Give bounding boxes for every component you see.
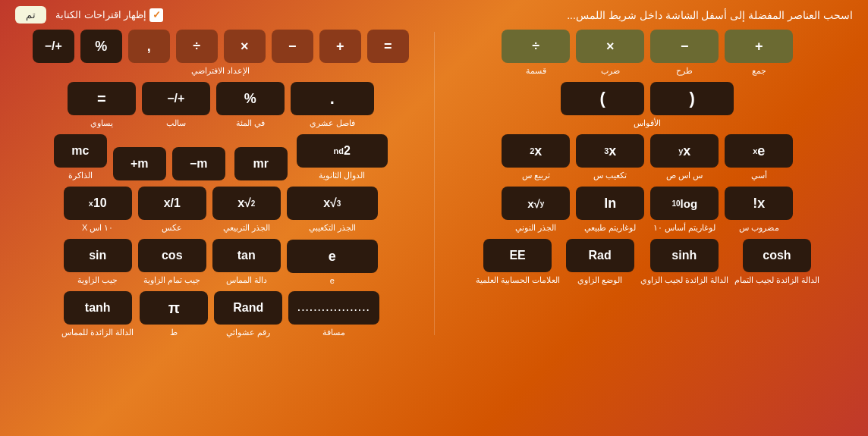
default-preset-label: الإعداد الافتراضي [191,66,250,76]
left-row6: .................. مسافة Rand رقم عشوائي… [15,291,426,337]
preset-divide[interactable]: ÷ [176,30,218,63]
div-label: قسمة [526,66,546,76]
checkbox-label-text: إظهار اقتراحات الكتابة [55,9,146,20]
mminus-button[interactable]: m− [172,147,225,180]
cell-ln: ln لوغاريتم طبيعي [576,187,644,233]
cell-close-paren: ) [561,82,644,115]
cell-mc: mc الذاكرة [54,134,107,180]
parens-section: ( ) الأقواس [442,82,854,128]
preset-percent[interactable]: % [80,30,122,63]
xy-label: س اس ص [666,171,703,180]
2nd-label: الدوال الثانوية [319,171,365,180]
mr-button[interactable]: mr [234,147,288,180]
factorial-label: مضروب س [739,223,779,233]
left-row4: 3√x الجذر التكعيبي 2√x الجذر التربيعي 1/… [15,187,426,233]
x2-button[interactable]: x2 [502,134,570,168]
cell-tan: tan دالة المماس [212,239,281,285]
div-button[interactable]: ÷ [502,30,570,63]
e-const-button[interactable]: e [287,240,378,273]
cbrt-button[interactable]: 3√x [287,187,378,220]
eq-button[interactable]: = [68,82,136,115]
cell-2nd: 2nd الدوال الثانوية [297,134,388,180]
mplus-button[interactable]: m+ [113,147,166,180]
preset-equals[interactable]: = [367,30,409,63]
ln-button[interactable]: ln [576,187,644,220]
sin-button[interactable]: sin [64,239,132,272]
cell-pct: % في المئة [216,82,285,128]
add-label: جمع [752,66,766,76]
top-bar: اسحب العناصر المفضلة إلى أسفل الشاشة داخ… [0,0,868,30]
sub-label: طرح [676,66,693,76]
cell-pi: π ط [140,291,208,337]
section-divider [434,32,435,335]
tan-label: دالة المماس [226,275,267,285]
top-bar-right: ✓ إظهار اقتراحات الكتابة تم [15,6,163,24]
cell-tanh: tanh الدالة الزائدة للمماس [61,291,134,337]
log10-label: لوغاريتم أساس ١٠ [653,223,715,233]
cos-button[interactable]: cos [138,239,206,272]
mc-button[interactable]: mc [54,134,107,168]
checkbox-container[interactable]: ✓ إظهار اقتراحات الكتابة [55,8,163,22]
pi-label: ط [170,328,178,337]
cell-recip: 1/x عكس [138,187,206,233]
preset-minus[interactable]: − [272,30,313,63]
neg-button[interactable]: +/− [142,82,210,115]
xy-button[interactable]: xy [650,134,719,168]
pi-button[interactable]: π [140,291,208,325]
cell-mr: mr [234,147,288,180]
preset-negate[interactable]: +/− [33,30,74,63]
sub-button[interactable]: − [650,30,719,63]
2nd-button[interactable]: 2nd [297,134,388,168]
ee-label: العلامات الحسابية العلمية [476,275,560,285]
mul-button[interactable]: × [576,30,644,63]
default-preset-section: = + − × ÷ , % +/− الإعداد الافتراضي [15,30,426,76]
preset-times[interactable]: × [224,30,266,63]
pct-button[interactable]: % [216,82,285,115]
rad-button[interactable]: Rad [566,239,634,272]
10x-button[interactable]: 10x [64,187,132,220]
cell-neg: +/− سالب [142,82,210,128]
close-paren-button[interactable]: ) [561,82,644,115]
left-section: = + − × ÷ , % +/− الإعداد الافتراضي . فا… [8,30,434,337]
cell-sinh: sinh الدالة الزائدة لجيب الزاوي [640,239,728,285]
x3-label: تكعيب س [593,171,627,180]
sqrt2-button[interactable]: 2√x [212,187,281,220]
cell-ee: EE العلامات الحسابية العلمية [476,239,560,285]
mul-label: ضرب [601,66,620,76]
cell-10x: 10x ١٠ اس X [64,187,132,233]
ex-button[interactable]: ex [725,134,793,168]
rad-label: الوضع الزاوي [577,275,622,285]
cell-cbrt: 3√x الجذر التكعيبي [287,187,378,233]
tan-button[interactable]: tan [212,239,281,272]
right-row4: x! مضروب س log10 لوغاريتم أساس ١٠ ln لوغ… [442,187,854,233]
right-section: + جمع − طرح × ضرب ÷ قسمة ( [435,30,861,337]
distance-button[interactable]: .................. [288,291,379,325]
ee-button[interactable]: EE [483,239,552,272]
factorial-button[interactable]: x! [725,187,793,220]
preset-row: = + − × ÷ , % +/− [33,30,409,63]
right-row3: ex أسي xy س اس ص x3 تكعيب س x2 تربيع س [442,134,854,180]
x2-label: تربيع س [522,171,550,180]
x3-button[interactable]: x3 [576,134,644,168]
cell-log10: log10 لوغاريتم أساس ١٠ [650,187,719,233]
cell-mul: × ضرب [576,30,644,76]
recip-button[interactable]: 1/x [138,187,206,220]
cbrt-label: الجذر التكعيبي [309,223,356,233]
distance-label: مسافة [322,328,345,337]
log10-button[interactable]: log10 [650,187,719,220]
sinh-button[interactable]: sinh [650,239,719,272]
sqrt2-label: الجذر التربيعي [223,223,270,233]
done-button[interactable]: تم [15,6,46,24]
cell-sin: sin جيب الزاوية [64,239,132,285]
rand-button[interactable]: Rand [214,291,282,325]
decimal-button[interactable]: . [291,82,374,115]
nrt-button[interactable]: y√x [502,187,570,220]
open-paren-button[interactable]: ( [650,82,734,115]
preset-plus[interactable]: + [319,30,361,63]
tanh-button[interactable]: tanh [64,291,132,325]
preset-comma[interactable]: , [128,30,170,63]
cell-ex: ex أسي [725,134,793,180]
add-button[interactable]: + [725,30,793,63]
cosh-label: الدالة الزائدة لجيب التمام [734,275,819,285]
cosh-button[interactable]: cosh [743,239,811,272]
